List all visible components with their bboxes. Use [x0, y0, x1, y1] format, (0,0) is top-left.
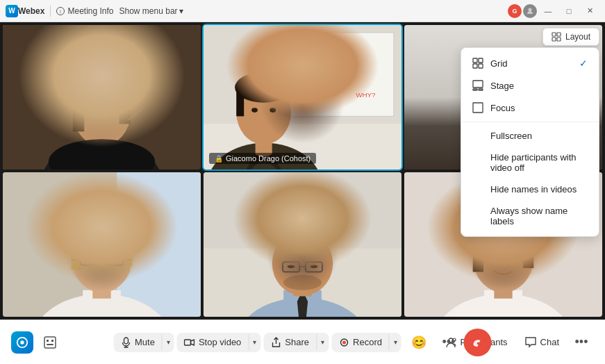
video-icon — [184, 337, 195, 348]
participant-video-2: SOOT Water Drops CANDLE GOES OUT WHY? — [204, 25, 401, 169]
svg-rect-102 — [51, 340, 53, 342]
video-cell-4 — [3, 172, 201, 317]
svg-rect-101 — [47, 340, 49, 342]
svg-rect-45 — [3, 172, 201, 317]
dropdown-item-grid[interactable]: Grid ✓ — [461, 52, 599, 74]
svg-rect-87 — [557, 33, 561, 36]
svg-point-84 — [490, 255, 496, 260]
svg-rect-65 — [283, 290, 322, 317]
svg-rect-94 — [473, 81, 483, 88]
svg-rect-78 — [484, 290, 522, 317]
svg-rect-103 — [47, 344, 53, 345]
share-dropdown-btn[interactable]: ▾ — [316, 334, 329, 350]
svg-point-52 — [68, 213, 135, 251]
mic-icon-label: 🔒 — [215, 155, 223, 163]
dropdown-item-hide-participants[interactable]: Hide participants with video off — [461, 147, 599, 179]
titlebar: W Webex i Meeting Info Show menu bar ▾ G… — [0, 0, 605, 22]
svg-point-75 — [283, 275, 322, 290]
svg-rect-10 — [92, 143, 110, 158]
svg-rect-46 — [117, 172, 201, 317]
svg-point-64 — [238, 298, 367, 317]
record-button[interactable]: Record — [331, 333, 389, 352]
svg-point-29 — [235, 72, 292, 103]
reactions-btn[interactable] — [36, 331, 64, 354]
svg-marker-108 — [191, 340, 194, 345]
svg-rect-104 — [124, 338, 128, 344]
svg-rect-16 — [204, 25, 401, 124]
participant-image-1 — [3, 25, 201, 169]
record-dropdown-btn[interactable]: ▾ — [389, 334, 401, 350]
svg-rect-62 — [204, 172, 401, 317]
end-call-icon — [471, 336, 485, 349]
separator — [50, 6, 51, 17]
chat-icon — [524, 336, 537, 349]
svg-rect-91 — [479, 58, 483, 63]
emoji-button[interactable]: 😊 — [404, 331, 433, 354]
svg-point-68 — [272, 231, 333, 295]
svg-rect-4 — [3, 25, 201, 169]
dropdown-item-fullscreen[interactable]: Fullscreen — [461, 125, 599, 147]
toolbar-more-btn[interactable]: ••• — [569, 330, 594, 355]
divider-1 — [461, 122, 599, 122]
app-name: Webex — [18, 6, 44, 16]
participant-image-4 — [3, 172, 201, 317]
minimize-button[interactable]: — — [538, 1, 558, 21]
video-cell-1 — [3, 25, 201, 169]
svg-rect-70 — [283, 262, 299, 272]
close-button[interactable]: ✕ — [580, 1, 599, 21]
maximize-button[interactable]: □ — [559, 1, 579, 21]
webex-icon: W — [6, 5, 18, 17]
emoji-icon: 😊 — [411, 335, 426, 350]
svg-point-73 — [288, 265, 295, 268]
participant-image-2: SOOT Water Drops CANDLE GOES OUT WHY? — [204, 25, 401, 169]
svg-text:i: i — [60, 9, 62, 14]
svg-point-31 — [251, 108, 258, 113]
svg-rect-86 — [552, 33, 556, 36]
svg-rect-90 — [473, 58, 477, 63]
svg-point-2 — [529, 8, 532, 11]
chevron-down-icon: ▾ — [179, 6, 183, 16]
svg-rect-54 — [122, 231, 132, 265]
svg-point-77 — [435, 294, 572, 317]
svg-text:Drops: Drops — [283, 69, 298, 76]
dropdown-item-always-show-names[interactable]: Always show name labels — [461, 200, 599, 232]
svg-point-48 — [33, 294, 170, 317]
svg-point-13 — [89, 108, 95, 112]
more-options-btn[interactable]: ••• — [436, 330, 461, 355]
svg-rect-95 — [473, 89, 477, 90]
show-menu-btn[interactable]: Show menu bar ▾ — [119, 6, 183, 16]
stop-video-button[interactable]: Stop video — [177, 333, 248, 352]
record-btn-group: Record ▾ — [331, 333, 401, 352]
svg-rect-15 — [204, 25, 401, 169]
end-call-button[interactable] — [464, 329, 492, 356]
toolbar-center: Mute ▾ Stop video ▾ S — [113, 329, 492, 356]
svg-point-74 — [310, 265, 317, 268]
svg-text:GOES OUT: GOES OUT — [314, 74, 342, 80]
svg-point-32 — [270, 108, 276, 113]
mute-button[interactable]: Mute — [113, 333, 162, 352]
svg-point-6 — [73, 79, 131, 146]
dropdown-item-hide-names[interactable]: Hide names in videos — [461, 179, 599, 200]
record-icon — [338, 337, 349, 348]
svg-line-23 — [295, 48, 329, 67]
mute-dropdown-btn[interactable]: ▾ — [162, 334, 174, 350]
dropdown-item-focus[interactable]: Focus — [461, 97, 599, 119]
stage-icon — [472, 80, 483, 91]
chat-button[interactable]: Chat — [517, 332, 566, 353]
participant-video-5 — [204, 172, 401, 317]
dropdown-item-stage[interactable]: Stage — [461, 74, 599, 97]
svg-point-7 — [70, 63, 134, 117]
svg-text:CANDLE: CANDLE — [314, 66, 335, 72]
participant-video-4 — [3, 172, 201, 317]
svg-rect-3 — [3, 25, 201, 169]
webex-logo-icon — [16, 336, 28, 349]
reactions-icon — [43, 336, 57, 349]
svg-point-51 — [72, 222, 133, 292]
video-dropdown-btn[interactable]: ▾ — [248, 334, 260, 350]
svg-point-60 — [88, 258, 92, 261]
share-button[interactable]: Share — [263, 333, 316, 352]
grid-icon — [472, 58, 483, 69]
layout-button[interactable]: Layout — [542, 28, 599, 46]
meeting-info-btn[interactable]: i Meeting Info — [56, 6, 113, 16]
svg-rect-47 — [117, 172, 201, 317]
